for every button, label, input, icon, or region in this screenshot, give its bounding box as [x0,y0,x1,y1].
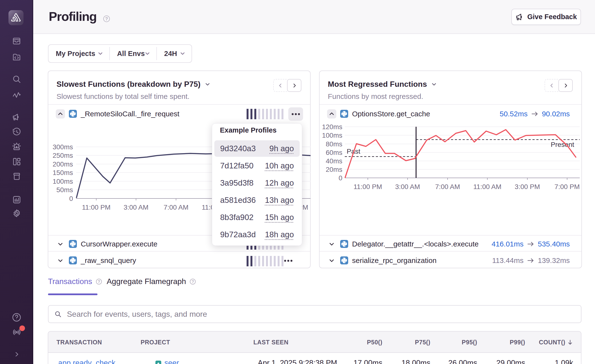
svg-text:120ms: 120ms [322,123,342,131]
svg-text:150ms: 150ms [53,169,73,176]
svg-text:3:00 PM: 3:00 PM [515,183,540,190]
svg-text:0: 0 [338,174,342,182]
svg-text:3:00 AM: 3:00 AM [124,204,149,211]
svg-text:200ms: 200ms [53,160,73,168]
svg-text:3:00 AM: 3:00 AM [395,183,420,190]
svg-text:7:00 AM: 7:00 AM [435,183,460,190]
svg-text:40ms: 40ms [326,157,342,165]
svg-text:11:00 AM: 11:00 AM [473,183,501,190]
svg-text:0: 0 [69,195,73,202]
svg-text:7:00 PM: 7:00 PM [555,183,580,190]
svg-text:Present: Present [551,141,574,148]
svg-text:80ms: 80ms [326,140,342,148]
svg-text:100ms: 100ms [53,178,73,185]
svg-text:250ms: 250ms [53,152,73,159]
svg-text:50ms: 50ms [56,186,73,194]
svg-text:20ms: 20ms [326,166,342,173]
svg-text:300ms: 300ms [53,143,73,151]
svg-text:11:00 PM: 11:00 PM [354,183,382,190]
svg-text:60ms: 60ms [326,149,342,156]
svg-text:7:00 AM: 7:00 AM [164,204,189,211]
svg-text:100ms: 100ms [322,132,342,139]
svg-text:11:00 PM: 11:00 PM [82,204,111,211]
